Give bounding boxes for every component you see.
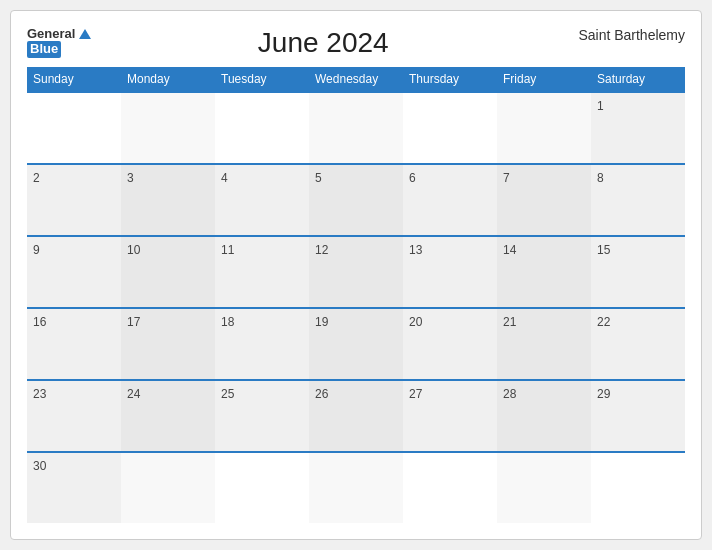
header-sunday: Sunday [27,67,121,91]
week-row-5: 30 [27,451,685,523]
calendar-weeks: 1234567891011121314151617181920212223242… [27,91,685,523]
logo-blue-text: Blue [27,41,61,57]
day-number: 12 [315,243,328,257]
calendar-header: General Blue June 2024 Saint Barthelemy [27,27,685,59]
day-number: 3 [127,171,134,185]
day-number: 7 [503,171,510,185]
day-number: 27 [409,387,422,401]
week-row-2: 9101112131415 [27,235,685,307]
day-cell [215,93,309,163]
week-row-1: 2345678 [27,163,685,235]
day-cell: 26 [309,381,403,451]
day-cell: 10 [121,237,215,307]
day-cell: 3 [121,165,215,235]
day-cell: 23 [27,381,121,451]
day-cell: 22 [591,309,685,379]
day-number: 2 [33,171,40,185]
calendar: General Blue June 2024 Saint Barthelemy … [10,10,702,540]
header-thursday: Thursday [403,67,497,91]
day-number: 21 [503,315,516,329]
day-cell: 17 [121,309,215,379]
day-cell [121,453,215,523]
day-cell: 25 [215,381,309,451]
day-number: 13 [409,243,422,257]
day-cell: 27 [403,381,497,451]
day-cell: 16 [27,309,121,379]
day-cell: 29 [591,381,685,451]
day-number: 4 [221,171,228,185]
day-cell [215,453,309,523]
header-tuesday: Tuesday [215,67,309,91]
day-number: 23 [33,387,46,401]
day-cell [27,93,121,163]
day-cell: 15 [591,237,685,307]
logo: General Blue [27,27,91,58]
day-number: 22 [597,315,610,329]
day-number: 19 [315,315,328,329]
day-cell [121,93,215,163]
week-row-3: 16171819202122 [27,307,685,379]
day-cell: 4 [215,165,309,235]
week-row-0: 1 [27,91,685,163]
day-number: 29 [597,387,610,401]
header-saturday: Saturday [591,67,685,91]
day-headers-row: Sunday Monday Tuesday Wednesday Thursday… [27,67,685,91]
day-number: 9 [33,243,40,257]
day-number: 28 [503,387,516,401]
day-number: 17 [127,315,140,329]
day-cell: 8 [591,165,685,235]
day-number: 6 [409,171,416,185]
day-cell: 11 [215,237,309,307]
calendar-title: June 2024 [91,27,555,59]
header-friday: Friday [497,67,591,91]
logo-triangle-icon [79,29,91,39]
day-cell: 18 [215,309,309,379]
calendar-region: Saint Barthelemy [555,27,685,43]
day-cell: 2 [27,165,121,235]
day-cell [497,453,591,523]
day-number: 15 [597,243,610,257]
header-monday: Monday [121,67,215,91]
day-cell: 13 [403,237,497,307]
day-cell [403,93,497,163]
day-cell: 6 [403,165,497,235]
day-cell [497,93,591,163]
day-number: 30 [33,459,46,473]
day-cell: 19 [309,309,403,379]
day-cell: 21 [497,309,591,379]
calendar-grid: Sunday Monday Tuesday Wednesday Thursday… [27,67,685,523]
day-number: 1 [597,99,604,113]
day-number: 5 [315,171,322,185]
day-cell: 9 [27,237,121,307]
day-cell [591,453,685,523]
day-cell: 20 [403,309,497,379]
day-number: 11 [221,243,234,257]
logo-general-text: General [27,27,75,41]
day-cell: 5 [309,165,403,235]
week-row-4: 23242526272829 [27,379,685,451]
day-cell [403,453,497,523]
day-number: 18 [221,315,234,329]
day-number: 20 [409,315,422,329]
day-number: 16 [33,315,46,329]
day-cell: 14 [497,237,591,307]
day-cell: 30 [27,453,121,523]
day-number: 10 [127,243,140,257]
day-cell: 28 [497,381,591,451]
day-cell [309,453,403,523]
header-wednesday: Wednesday [309,67,403,91]
day-number: 25 [221,387,234,401]
day-cell: 12 [309,237,403,307]
day-number: 14 [503,243,516,257]
day-number: 8 [597,171,604,185]
day-number: 26 [315,387,328,401]
day-cell: 7 [497,165,591,235]
day-cell [309,93,403,163]
day-cell: 24 [121,381,215,451]
day-cell: 1 [591,93,685,163]
day-number: 24 [127,387,140,401]
